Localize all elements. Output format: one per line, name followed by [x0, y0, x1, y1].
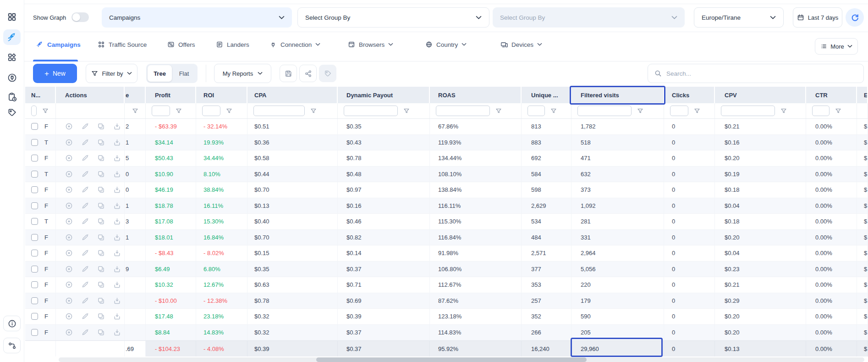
column-header-payout[interactable]: Dynamic Payout	[338, 87, 430, 103]
refresh-button[interactable]	[846, 8, 864, 27]
sidebar-item-tags[interactable]	[3, 105, 21, 120]
sidebar-item-reports[interactable]	[3, 89, 21, 105]
column-header-profit[interactable]: Profit	[146, 87, 196, 103]
column-header-filtered[interactable]: Filtered visits	[571, 87, 664, 103]
copy-icon[interactable]	[97, 154, 105, 162]
view-icon[interactable]	[65, 312, 73, 320]
row-checkbox[interactable]	[31, 171, 38, 178]
import-icon[interactable]	[113, 154, 121, 162]
filter-funnel-icon[interactable]	[550, 108, 557, 114]
import-icon[interactable]	[113, 170, 121, 178]
tab-landers[interactable]: Landers	[216, 41, 249, 48]
import-icon[interactable]	[113, 186, 121, 194]
edit-icon[interactable]	[81, 234, 89, 241]
filter-funnel-icon[interactable]	[226, 108, 232, 114]
copy-icon[interactable]	[97, 170, 105, 178]
report-type-select[interactable]: Campaigns	[102, 7, 292, 28]
view-icon[interactable]	[65, 234, 73, 241]
tab-browsers[interactable]: Browsers	[348, 41, 393, 48]
row-checkbox[interactable]	[31, 313, 38, 320]
import-icon[interactable]	[113, 297, 121, 305]
group-by-secondary-select[interactable]: Select Group By	[493, 7, 685, 28]
import-icon[interactable]	[113, 123, 121, 130]
sidebar-item-info[interactable]	[3, 316, 21, 331]
view-icon[interactable]	[65, 139, 73, 146]
view-icon[interactable]	[65, 297, 73, 305]
column-filter-input[interactable]	[721, 106, 775, 116]
column-filter-input[interactable]	[812, 106, 830, 116]
column-header-epc[interactable]: E	[857, 87, 868, 103]
sidebar-item-connections[interactable]	[3, 70, 21, 85]
edit-icon[interactable]	[81, 312, 89, 320]
import-icon[interactable]	[113, 139, 121, 146]
row-checkbox[interactable]	[31, 234, 38, 241]
horizontal-scrollbar-track[interactable]	[59, 357, 864, 362]
import-icon[interactable]	[113, 234, 121, 241]
row-checkbox[interactable]	[31, 266, 38, 273]
filter-funnel-icon[interactable]	[403, 108, 410, 114]
column-header-roi[interactable]: ROI	[196, 87, 247, 103]
copy-icon[interactable]	[97, 186, 105, 194]
my-reports-select[interactable]: My Reports	[214, 64, 271, 83]
sidebar-item-campaigns[interactable]	[3, 29, 21, 45]
edit-icon[interactable]	[81, 217, 89, 225]
column-header-unique[interactable]: Unique ...	[522, 87, 571, 103]
row-checkbox[interactable]	[31, 139, 38, 146]
row-checkbox[interactable]	[31, 202, 38, 209]
copy-icon[interactable]	[97, 312, 105, 320]
filter-funnel-icon[interactable]	[694, 108, 700, 114]
filter-funnel-icon[interactable]	[495, 108, 502, 114]
view-icon[interactable]	[65, 281, 73, 289]
copy-icon[interactable]	[97, 249, 105, 257]
timezone-select[interactable]: Europe/Tirane	[694, 7, 784, 28]
copy-icon[interactable]	[97, 265, 105, 273]
tab-campaigns[interactable]: Campaigns	[36, 41, 81, 49]
tab-country[interactable]: Country	[425, 41, 467, 48]
filter-funnel-icon[interactable]	[780, 108, 787, 114]
view-icon[interactable]	[65, 202, 73, 210]
import-icon[interactable]	[113, 249, 121, 257]
new-campaign-button[interactable]: + New	[33, 64, 77, 83]
sidebar-item-offers[interactable]	[3, 50, 21, 65]
date-range-button[interactable]: Last 7 days	[793, 7, 842, 28]
group-by-primary-select[interactable]: Select Group By	[297, 7, 489, 28]
save-report-button[interactable]	[280, 65, 297, 82]
column-filter-input[interactable]	[152, 106, 170, 116]
copy-icon[interactable]	[97, 234, 105, 241]
sidebar-item-dashboard[interactable]	[3, 9, 21, 25]
edit-icon[interactable]	[81, 329, 89, 336]
share-report-button[interactable]	[299, 65, 317, 82]
view-icon[interactable]	[65, 154, 73, 162]
column-header-name[interactable]: N...	[25, 87, 56, 103]
row-checkbox[interactable]	[31, 218, 38, 225]
copy-icon[interactable]	[97, 202, 105, 210]
column-header-cpa[interactable]: CPA	[247, 87, 338, 103]
edit-icon[interactable]	[81, 139, 89, 146]
copy-icon[interactable]	[97, 139, 105, 146]
row-checkbox[interactable]	[31, 329, 38, 336]
tab-devices[interactable]: Devices	[500, 41, 542, 48]
edit-icon[interactable]	[81, 186, 89, 194]
copy-icon[interactable]	[97, 297, 105, 305]
column-header-actions[interactable]: Actions	[56, 87, 125, 103]
row-checkbox[interactable]	[31, 250, 38, 256]
column-filter-input[interactable]	[253, 106, 305, 116]
edit-icon[interactable]	[81, 249, 89, 257]
column-header-clicks[interactable]: Clicks	[664, 87, 715, 103]
row-checkbox[interactable]	[31, 155, 38, 162]
column-header-hidden[interactable]: e	[125, 87, 146, 103]
edit-icon[interactable]	[81, 297, 89, 305]
row-checkbox[interactable]	[31, 281, 38, 288]
search-input[interactable]	[666, 70, 857, 77]
row-checkbox[interactable]	[31, 297, 38, 304]
column-header-cpv[interactable]: CPV	[715, 87, 806, 103]
column-filter-input[interactable]	[577, 106, 632, 116]
view-icon[interactable]	[65, 217, 73, 225]
copy-icon[interactable]	[97, 281, 105, 289]
view-icon[interactable]	[65, 170, 73, 178]
import-icon[interactable]	[113, 265, 121, 273]
column-filter-input[interactable]	[527, 106, 545, 116]
copy-icon[interactable]	[97, 329, 105, 336]
tab-offers[interactable]: Offers	[167, 41, 195, 48]
row-checkbox[interactable]	[31, 186, 38, 193]
